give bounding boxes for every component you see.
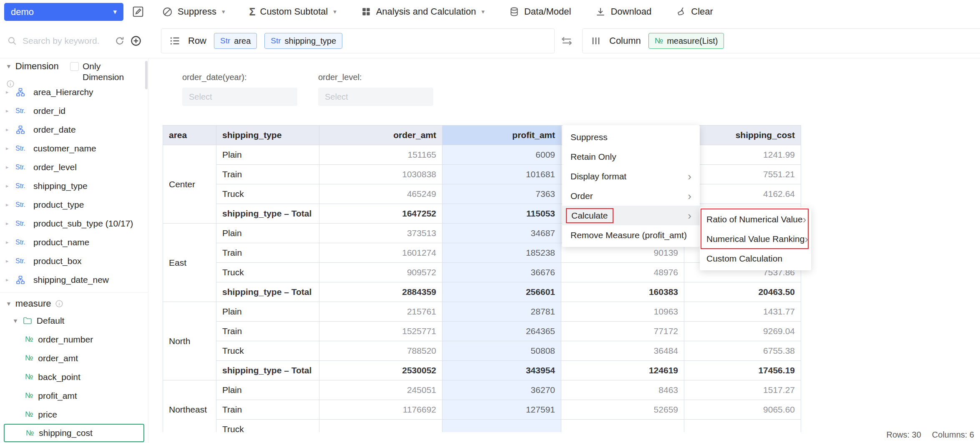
- value-cell: 2530052: [319, 361, 442, 380]
- dimension-item-label: product_sub_type (10/17): [33, 219, 133, 229]
- dimension-item[interactable]: ▸Str.product_box: [0, 252, 148, 270]
- shipping-type-cell: Train: [216, 322, 319, 341]
- caret-right-icon[interactable]: ▸: [6, 239, 11, 245]
- numeric-type-icon: №: [26, 429, 34, 438]
- caret-right-icon[interactable]: ▸: [6, 201, 11, 208]
- dimension-item[interactable]: ▸Str.shipping_type: [0, 176, 148, 195]
- clear-label: Clear: [691, 6, 713, 17]
- edit-icon[interactable]: [132, 5, 144, 18]
- dimension-item[interactable]: ▸Str.product_type: [0, 195, 148, 214]
- dimension-item[interactable]: ▸Str.product_name: [0, 233, 148, 252]
- caret-right-icon[interactable]: ▸: [6, 277, 11, 283]
- column-header-shipping_cost[interactable]: shipping_cost: [684, 126, 801, 145]
- table-row: Train1525771264365771729269.04: [163, 322, 801, 341]
- dimension-section-title: Dimension: [15, 61, 59, 72]
- measure-item[interactable]: №order_amt: [0, 349, 148, 367]
- value-cell: 36484: [561, 341, 684, 361]
- suppress-button[interactable]: Suppress ▾: [162, 6, 225, 18]
- custom-subtotal-button[interactable]: Σ Custom Subtotal ▾: [249, 6, 336, 17]
- search-input[interactable]: [23, 36, 109, 46]
- shelf-row: Row Str area Str shipping_type Column № …: [0, 23, 980, 58]
- context-menu-item[interactable]: Remove Measure (profit_amt): [562, 225, 700, 245]
- column-header-order_amt[interactable]: order_amt: [319, 126, 442, 145]
- measure-item[interactable]: №price: [0, 405, 148, 424]
- context-menu-item[interactable]: Suppress: [562, 127, 700, 147]
- shipping-type-cell: Train: [216, 165, 319, 184]
- dimension-item[interactable]: ▸Str.order_level: [0, 158, 148, 176]
- caret-right-icon[interactable]: ▸: [6, 183, 11, 189]
- context-menu-item[interactable]: Retain Only: [562, 147, 700, 166]
- caret-right-icon[interactable]: ▸: [6, 145, 11, 151]
- add-field-icon[interactable]: [130, 35, 142, 47]
- grid-icon: [361, 6, 372, 17]
- dataset-selector[interactable]: demo ▾: [4, 3, 123, 21]
- chevron-down-icon[interactable]: ▼: [6, 300, 12, 307]
- numeric-type-icon: №: [25, 391, 33, 400]
- measure-item[interactable]: №order_number: [0, 330, 148, 349]
- measure-folder-default[interactable]: ▼ Default: [0, 311, 148, 330]
- measure-item[interactable]: №profit_amt: [0, 386, 148, 405]
- submenu-item[interactable]: Numerical Value Ranking›: [700, 229, 811, 249]
- caret-right-icon[interactable]: ▸: [6, 258, 11, 264]
- value-cell: 7551.21: [684, 165, 801, 184]
- value-cell: 9065.60: [684, 400, 801, 420]
- value-cell: 52659: [561, 400, 684, 420]
- chevron-down-icon[interactable]: ▼: [6, 63, 12, 70]
- column-header-shipping_type[interactable]: shipping_type: [216, 126, 319, 145]
- submenu-item[interactable]: Custom Calculation: [700, 249, 811, 268]
- submenu-item[interactable]: Ratio of Numerical Value›: [700, 209, 811, 229]
- data-model-button[interactable]: Data/Model: [509, 6, 571, 17]
- swap-axes-icon[interactable]: [560, 35, 573, 47]
- dimension-item[interactable]: ▸Str.product_sub_type (10/17): [0, 214, 148, 233]
- numeric-type-icon: №: [25, 373, 33, 381]
- column-shelf-label: Column: [609, 35, 641, 46]
- shipping-type-cell: Truck: [216, 263, 319, 282]
- caret-right-icon[interactable]: ▸: [6, 126, 11, 133]
- only-dimension-checkbox[interactable]: [70, 62, 79, 71]
- row-chip-area[interactable]: Str area: [214, 33, 257, 49]
- rows-count: Rows: 30: [886, 430, 921, 440]
- value-cell: 151165: [319, 145, 442, 165]
- caret-right-icon[interactable]: ▸: [6, 108, 11, 114]
- caret-right-icon[interactable]: ▸: [6, 89, 11, 95]
- dimension-item[interactable]: ▸ order_date: [0, 120, 148, 139]
- column-chip-measure-list[interactable]: № measure(List): [648, 33, 724, 49]
- context-menu-item[interactable]: Display format›: [562, 166, 700, 186]
- refresh-icon[interactable]: [114, 35, 125, 46]
- filter-select-order-date-year[interactable]: Select: [182, 88, 297, 106]
- dimension-item[interactable]: ▸ shipping_date_new: [0, 270, 148, 289]
- string-type-icon: Str: [220, 36, 230, 45]
- value-cell: 7363: [442, 184, 561, 204]
- context-menu-item[interactable]: Calculate›: [562, 206, 700, 225]
- query-filters: order_date(year): Select order_level: Se…: [182, 73, 433, 106]
- row-chip-shipping-type[interactable]: Str shipping_type: [264, 33, 342, 49]
- dimension-list: ▸ area_Hierarchy▸Str.order_id▸ order_dat…: [0, 83, 148, 289]
- context-menu-item-label: Calculate: [566, 208, 613, 223]
- database-icon: [509, 6, 520, 17]
- row-chip-shipping-type-label: shipping_type: [285, 36, 336, 46]
- chevron-right-icon: ›: [688, 210, 691, 221]
- column-header-profit_amt[interactable]: profit_amt: [442, 126, 561, 145]
- table-row: NortheastPlain2450513627084631517.27: [163, 380, 801, 400]
- dimension-item[interactable]: ▸Str.customer_name: [0, 139, 148, 158]
- filter-select-order-level[interactable]: Select: [318, 88, 433, 106]
- measure-item[interactable]: №back_point: [0, 367, 148, 386]
- context-menu-item[interactable]: Order›: [562, 186, 700, 206]
- folder-icon: [23, 316, 33, 326]
- value-cell: 8463: [561, 380, 684, 400]
- column-header-area[interactable]: area: [163, 126, 216, 145]
- dimension-item[interactable]: ▸Str.order_id: [0, 101, 148, 120]
- pivot-table: areashipping_typeorder_amtprofit_amtship…: [163, 125, 802, 432]
- caret-right-icon[interactable]: ▸: [6, 164, 11, 170]
- columns-count: Columns: 6: [932, 430, 974, 440]
- measure-folder-label: Default: [37, 316, 65, 326]
- caret-right-icon[interactable]: ▸: [6, 220, 11, 227]
- shipping-type-cell: Plain: [216, 302, 319, 322]
- measure-item[interactable]: №shipping_cost: [4, 424, 144, 442]
- filter-label: order_date(year):: [182, 73, 297, 82]
- clear-button[interactable]: Clear: [676, 6, 713, 17]
- value-cell: 1176692: [319, 400, 442, 420]
- analysis-calculation-button[interactable]: Analysis and Calculation ▾: [361, 6, 485, 17]
- only-dimension-toggle[interactable]: Only Dimension: [70, 61, 133, 83]
- download-button[interactable]: Download: [595, 6, 651, 17]
